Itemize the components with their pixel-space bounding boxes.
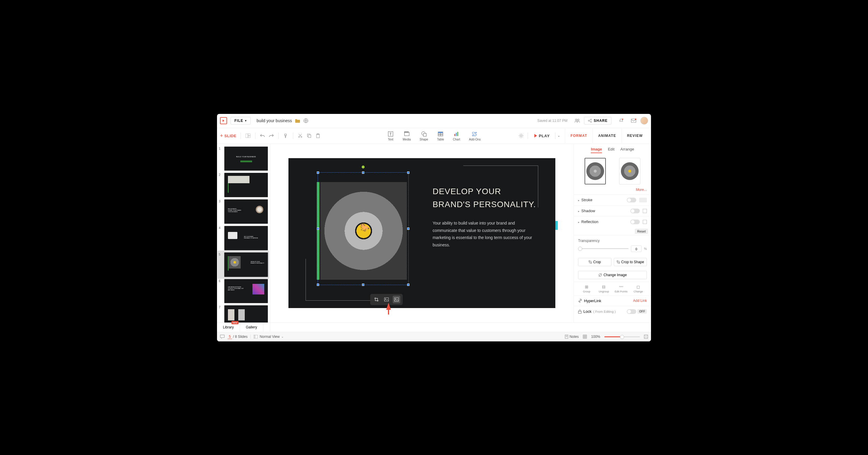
thumbnail-2[interactable]: 2: [219, 173, 268, 197]
comments-icon[interactable]: [220, 335, 225, 339]
insert-addons[interactable]: Add-Ons: [469, 131, 480, 141]
stroke-color-swatch[interactable]: [639, 198, 647, 202]
stroke-toggle[interactable]: [627, 198, 636, 202]
notes-button[interactable]: Notes: [565, 335, 579, 339]
zoom-slider[interactable]: [604, 336, 640, 337]
reset-button[interactable]: Reset: [635, 229, 648, 234]
tab-format[interactable]: FORMAT: [565, 128, 592, 143]
resize-handle[interactable]: [407, 171, 409, 174]
ungroup-action[interactable]: ⊟Ungroup: [595, 284, 612, 293]
thumbnail-6[interactable]: 6USE MEDIA EXPOSURETO BUILD YOUR EMAIL L…: [219, 279, 268, 304]
current-slide-number[interactable]: 5: [228, 335, 232, 339]
library-tab[interactable]: LibraryNew: [217, 323, 240, 332]
crop-to-shape-button[interactable]: Crop to Shape: [614, 258, 647, 266]
add-slide-button[interactable]: + SLIDE: [220, 133, 237, 139]
transparency-slider[interactable]: [578, 248, 628, 249]
crop-tool-icon[interactable]: [373, 296, 380, 303]
transparency-value[interactable]: 0: [631, 246, 642, 252]
stroke-row[interactable]: ▸Stroke: [574, 194, 651, 205]
resize-handle[interactable]: [362, 284, 364, 286]
rotation-handle[interactable]: [362, 166, 365, 168]
add-link-button[interactable]: Add Link: [633, 299, 647, 303]
image-preset-1[interactable]: [585, 158, 606, 185]
resize-handle[interactable]: [407, 284, 409, 286]
zoom-value[interactable]: 100%: [591, 335, 600, 339]
copy-icon[interactable]: [306, 133, 312, 139]
paste-icon[interactable]: [315, 133, 321, 139]
redo-icon[interactable]: [268, 133, 274, 139]
side-tab[interactable]: [555, 221, 558, 230]
thumbnail-3[interactable]: 3BUILD A SALESFUNNEL TO AUTOMATEYOUR BUS…: [219, 199, 268, 224]
thumbnail-4[interactable]: 4GET CUSTOMERFEEDBACK TO IMPROVE: [219, 226, 268, 251]
refresh-icon: [598, 273, 602, 277]
undo-icon[interactable]: [259, 133, 266, 139]
resize-handle[interactable]: [362, 171, 364, 174]
fit-icon[interactable]: [644, 335, 648, 339]
collaborators-icon[interactable]: [575, 118, 580, 123]
edit-points-action[interactable]: 〰Edit Points: [613, 284, 630, 293]
more-presets-link[interactable]: More...: [636, 188, 647, 192]
media-icon: [404, 131, 410, 137]
gear-icon[interactable]: [518, 133, 524, 139]
replace-image-icon[interactable]: [383, 296, 390, 303]
crop-button[interactable]: Crop: [578, 258, 612, 266]
tab-review[interactable]: REVIEW: [621, 128, 648, 143]
slide-body-text[interactable]: Your ability to build value into your br…: [433, 220, 539, 249]
tab-animate[interactable]: ANIMATE: [593, 128, 621, 143]
reflection-toggle[interactable]: [630, 220, 640, 224]
resize-handle[interactable]: [317, 171, 319, 174]
change-image-button[interactable]: Change Image: [578, 271, 647, 279]
thumbnail-1[interactable]: 1BUILD YOUR BUSINESS: [219, 147, 268, 171]
resize-handle[interactable]: [317, 284, 319, 286]
insert-chart[interactable]: Chart: [453, 131, 460, 141]
panel-tab-edit[interactable]: Edit: [608, 147, 614, 153]
insert-media[interactable]: Media: [403, 131, 411, 141]
document-title[interactable]: build your business: [256, 118, 292, 123]
lock-toggle[interactable]: [627, 309, 636, 314]
ungroup-icon: ⊟: [601, 284, 607, 289]
globe-icon[interactable]: [303, 118, 309, 123]
resize-handle[interactable]: [317, 228, 319, 230]
resize-handle[interactable]: [407, 228, 409, 230]
grid-icon[interactable]: [583, 335, 587, 339]
slide-thumbnails[interactable]: 1BUILD YOUR BUSINESS 2 3BUILD A SALESFUN…: [217, 144, 270, 323]
group-action[interactable]: ⊞Group: [578, 284, 595, 293]
insert-shape[interactable]: Shape: [420, 131, 428, 141]
svg-rect-16: [316, 134, 319, 138]
view-selector[interactable]: Normal View ⌄: [250, 335, 284, 339]
change-action[interactable]: ◻Change: [630, 284, 647, 293]
slide-title[interactable]: DEVELOP YOUR BRAND'S PERSONALITY.: [433, 185, 539, 211]
reflection-row[interactable]: ▸Reflection: [574, 216, 651, 227]
svg-rect-31: [454, 134, 455, 136]
play-button[interactable]: PLAY: [531, 132, 553, 139]
current-slide[interactable]: 🐎 DEVELOP YOUR BRAND'S PERSONALITY. Your…: [288, 158, 556, 308]
shadow-row[interactable]: ▸Shadow: [574, 205, 651, 216]
cut-icon[interactable]: [297, 133, 303, 139]
shadow-preset-icon[interactable]: [643, 209, 647, 213]
svg-rect-37: [395, 298, 399, 301]
insert-text[interactable]: T Text: [388, 131, 394, 141]
panel-tab-image[interactable]: Image: [591, 147, 602, 153]
thumbnail-7[interactable]: 7REPROGRAM YOURMIND FOR BUSINESS SUCCESS: [219, 305, 268, 322]
image-preset-2[interactable]: [619, 158, 640, 185]
insert-table[interactable]: Table: [437, 131, 444, 141]
bell-icon[interactable]: [619, 118, 624, 123]
selection-outline[interactable]: [318, 172, 409, 285]
image-settings-icon[interactable]: [393, 296, 400, 303]
panel-tab-arrange[interactable]: Arrange: [620, 147, 634, 153]
thumbnail-5[interactable]: 5DEVELOP YOURBRAND'S PERSONALITY: [218, 251, 269, 279]
slide-canvas[interactable]: 🐎 DEVELOP YOUR BRAND'S PERSONALITY. Your…: [270, 144, 574, 323]
mail-icon[interactable]: [631, 118, 636, 123]
file-menu[interactable]: FILE ▾: [230, 117, 251, 125]
gallery-tab[interactable]: Gallery: [240, 323, 264, 332]
reflection-preset-icon[interactable]: [643, 220, 647, 224]
share-button[interactable]: SHARE: [584, 117, 612, 125]
shadow-toggle[interactable]: [630, 208, 640, 213]
folder-icon[interactable]: [295, 118, 300, 123]
svg-point-1: [576, 119, 577, 121]
format-painter-icon[interactable]: [283, 133, 289, 139]
app-logo[interactable]: [220, 117, 227, 124]
layout-icon[interactable]: [245, 133, 251, 139]
play-chevron-icon[interactable]: ⌄: [555, 132, 562, 139]
user-avatar[interactable]: [640, 117, 648, 125]
